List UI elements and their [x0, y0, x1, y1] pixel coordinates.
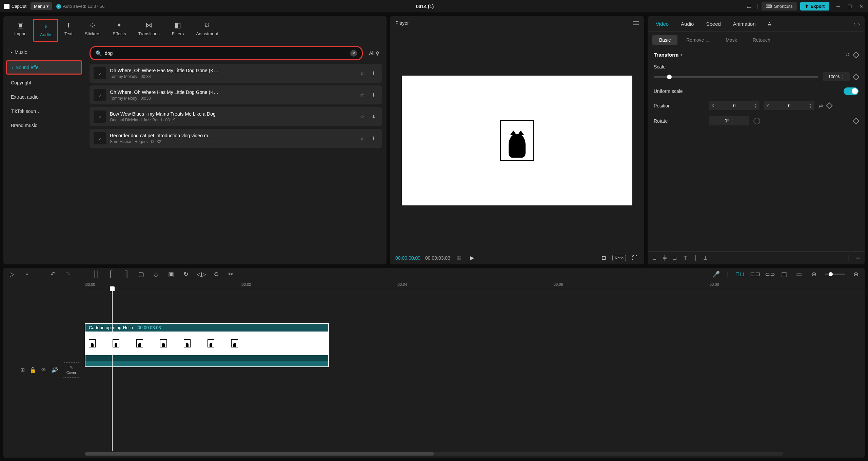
trim-left-tool[interactable]: ⎡ [107, 270, 115, 278]
dropdown-icon[interactable]: ▾ [23, 272, 31, 277]
eye-icon[interactable]: 👁 [41, 367, 46, 373]
tab-effects[interactable]: ✦Effects [106, 19, 132, 42]
sidebar-item-extract-audio[interactable]: Extract audio [6, 91, 82, 103]
inspector-tab-audio[interactable]: Audio [675, 16, 700, 32]
subtab-mask[interactable]: Mask [719, 35, 744, 45]
rotate-input[interactable]: 0°▲▼ [709, 116, 749, 125]
play-button[interactable]: ▶ [468, 255, 476, 261]
zoom-in-button[interactable]: ⊕ [852, 270, 860, 278]
mic-button[interactable]: 🎤 [712, 270, 720, 278]
video-clip[interactable]: Cartoon opening-Hello 00:00:03:03 [85, 323, 329, 367]
inspector-tab-more[interactable]: A [762, 16, 777, 32]
chevron-left-icon[interactable]: ‹ [853, 21, 855, 27]
reset-icon[interactable]: ↺ [845, 52, 850, 58]
tab-stickers[interactable]: ☺Stickers [79, 19, 106, 42]
download-button[interactable]: ⬇ [370, 91, 378, 99]
split-tool[interactable]: ⎮⎮ [92, 270, 100, 278]
keyframe-icon[interactable] [853, 74, 860, 80]
maximize-button[interactable]: ☐ [847, 4, 852, 9]
ratio-button[interactable]: Ratio [612, 255, 626, 261]
sidebar-item-tiktok-sounds[interactable]: TikTok soun… [6, 105, 82, 117]
magnet-tool[interactable]: ⊓⊔ [735, 270, 743, 278]
result-item[interactable]: ♪ Recorder dog cat pet introduction vlog… [90, 129, 382, 148]
tab-transitions[interactable]: ⋈Transitions [132, 19, 166, 42]
keyframe-icon[interactable] [826, 102, 833, 109]
align-center-v-icon[interactable]: ┼ [694, 255, 697, 261]
search-box[interactable]: 🔍 ✕ [90, 46, 363, 60]
expand-icon[interactable]: ⊞ [20, 367, 25, 373]
crop-tool[interactable]: ◇ [152, 270, 160, 278]
link-tool-2[interactable]: ⊂⊃ [765, 270, 773, 278]
sidebar-item-copyright[interactable]: Copyright [6, 77, 82, 89]
search-input[interactable] [105, 51, 348, 56]
download-button[interactable]: ⬇ [370, 134, 378, 142]
rotate-dial-icon[interactable] [753, 118, 760, 124]
scan-icon[interactable]: ⊡ [599, 255, 608, 261]
undo-button[interactable]: ↶ [49, 270, 57, 278]
align-top-icon[interactable]: ⊤ [683, 255, 688, 261]
shortcuts-button[interactable]: ⌨ Shortcuts [762, 2, 797, 11]
uniform-scale-toggle[interactable] [844, 87, 859, 95]
distribute-v-icon[interactable]: ═ [856, 255, 860, 261]
redo-button[interactable]: ↷ [64, 270, 72, 278]
freeze-tool[interactable]: ▣ [167, 270, 175, 278]
align-bottom-icon[interactable]: ⊥ [703, 255, 708, 261]
chevron-right-icon[interactable]: › [858, 21, 860, 27]
inspector-tab-speed[interactable]: Speed [700, 16, 727, 32]
playhead[interactable] [112, 289, 113, 451]
result-item[interactable]: ♪ Oh Where, Oh Where Has My Little Dog G… [90, 85, 382, 104]
result-item[interactable]: ♪ Bow Wow Blues - my Mama Treats Me Like… [90, 107, 382, 126]
align-left-icon[interactable]: ⊏ [652, 255, 657, 261]
subtab-basic[interactable]: Basic [652, 35, 677, 45]
inspector-tab-video[interactable]: Video [650, 16, 675, 32]
zoom-slider[interactable] [825, 274, 845, 275]
favorite-button[interactable]: ☆ [358, 91, 366, 99]
keyframe-icon[interactable] [853, 118, 860, 124]
lock-icon[interactable]: 🔒 [29, 367, 36, 373]
subtab-retouch[interactable]: Retouch [746, 35, 777, 45]
result-item[interactable]: ♪ Oh Where, Oh Where Has My Little Dog G… [90, 64, 382, 83]
link-tool[interactable]: ⊏⊐ [750, 270, 758, 278]
timeline-ruler[interactable]: |00:00 |00:02 |00:04 |00:06 |00:08 [85, 281, 865, 289]
link-icon[interactable]: ⇄ [818, 102, 823, 109]
sidebar-item-brand-music[interactable]: Brand music [6, 119, 82, 132]
cover-button[interactable]: ✎ Cover [63, 362, 80, 378]
favorite-button[interactable]: ☆ [358, 113, 366, 121]
reverse-tool[interactable]: ↻ [182, 270, 190, 278]
grid-icon[interactable]: ▦ [455, 255, 463, 261]
cursor-tool[interactable]: ▷ [8, 270, 16, 278]
inspector-tab-animation[interactable]: Animation [727, 16, 762, 32]
align-right-icon[interactable]: ⊐ [673, 255, 677, 261]
fullscreen-button[interactable]: ⛶ [631, 255, 639, 261]
sidebar-item-music[interactable]: ▸Music [6, 46, 82, 58]
scale-value[interactable]: 100%▲▼ [823, 72, 850, 81]
delete-tool[interactable]: ▢ [137, 270, 145, 278]
player-viewport[interactable] [390, 30, 644, 251]
rotate-tool[interactable]: ⟲ [212, 270, 220, 278]
favorite-button[interactable]: ☆ [358, 134, 366, 142]
menu-button[interactable]: Menu▾ [31, 2, 52, 10]
close-button[interactable]: ✕ [859, 4, 864, 9]
align-center-h-icon[interactable]: ╪ [663, 255, 667, 261]
crop-tool-2[interactable]: ✂ [226, 270, 235, 278]
timeline-tracks[interactable]: Cartoon opening-Hello 00:00:03:03 [85, 289, 865, 451]
tab-adjustment[interactable]: ⛭Adjustment [190, 19, 224, 42]
sidebar-item-sound-effects[interactable]: ▸Sound effe… [6, 60, 82, 75]
tab-import[interactable]: ▣Import [8, 19, 33, 42]
chevron-down-icon[interactable]: ▾ [680, 53, 683, 57]
zoom-out-button[interactable]: ⊖ [810, 270, 818, 278]
speaker-icon[interactable]: 🔊 [51, 367, 58, 373]
layout-icon[interactable]: ▭ [745, 3, 753, 9]
download-button[interactable]: ⬇ [370, 113, 378, 121]
tab-text[interactable]: TText [58, 19, 79, 42]
timeline-scrollbar[interactable] [85, 452, 783, 456]
player-menu-button[interactable] [633, 21, 639, 25]
favorite-button[interactable]: ☆ [358, 69, 366, 77]
position-x-input[interactable]: X 0 ▲▼ [709, 101, 760, 110]
position-y-input[interactable]: Y 0 ▲▼ [764, 101, 814, 110]
export-button[interactable]: ⬆ Export [800, 2, 829, 11]
minimize-button[interactable]: ─ [835, 4, 841, 9]
marker-tool[interactable]: ▭ [795, 270, 803, 278]
distribute-h-icon[interactable]: ║ [847, 255, 850, 261]
filter-button[interactable]: All ⚲ [366, 51, 382, 56]
